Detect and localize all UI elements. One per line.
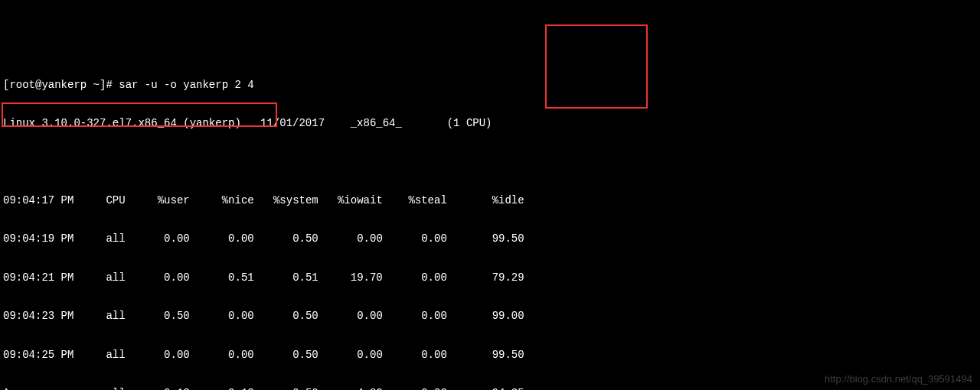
terminal-output[interactable]: [root@yankerp ~]# sar -u -o yankerp 2 4 …: [0, 51, 980, 390]
command-text: sar -u -o yankerp 2 4: [119, 79, 253, 91]
sar-header-row: 09:04:17 PM CPU %user %nice %system %iow…: [3, 194, 977, 207]
blank-line: [3, 156, 977, 169]
sar-data-row: 09:04:21 PM all 0.00 0.51 0.51 19.70 0.0…: [3, 271, 977, 284]
sar-data-row: 09:04:25 PM all 0.00 0.00 0.50 0.00 0.00…: [3, 349, 977, 362]
shell-prompt: [root@yankerp ~]#: [3, 79, 119, 91]
kernel-info: Linux 3.10.0-327.el7.x86_64 (yankerp) 11…: [3, 117, 977, 130]
sar-data-row: 09:04:19 PM all 0.00 0.00 0.50 0.00 0.00…: [3, 232, 977, 245]
watermark-text: http://blog.csdn.net/qq_39591494: [825, 373, 972, 385]
sar-data-row: 09:04:23 PM all 0.50 0.00 0.50 0.00 0.00…: [3, 310, 977, 323]
prompt-line-1: [root@yankerp ~]# sar -u -o yankerp 2 4: [3, 79, 977, 92]
sar-average-row: Average: all 0.13 0.13 0.50 4.89 0.00 94…: [3, 387, 977, 390]
